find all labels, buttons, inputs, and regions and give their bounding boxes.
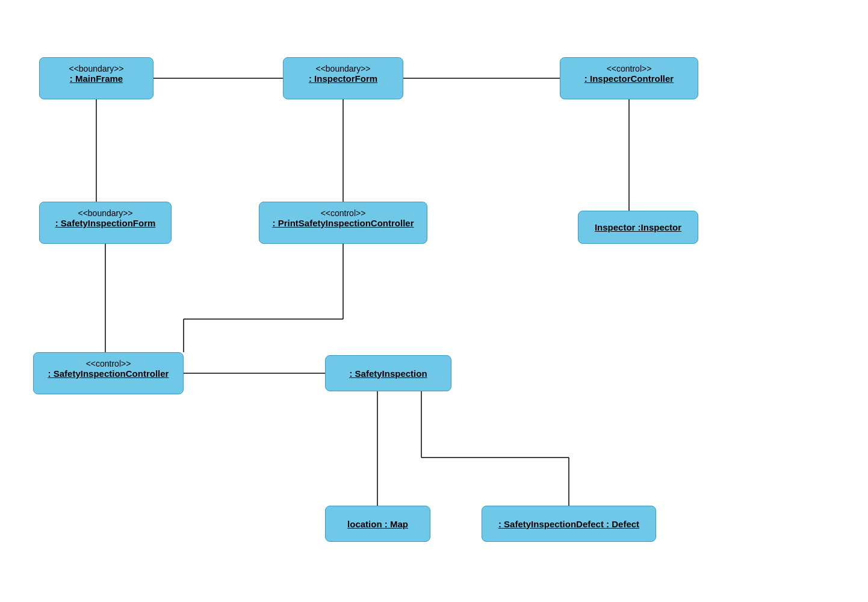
locationmap-name: location : Map bbox=[347, 519, 408, 529]
safetyinspectionform-stereotype: <<boundary>> bbox=[51, 208, 160, 218]
inspectorcontroller-stereotype: <<control>> bbox=[571, 64, 687, 73]
inspectorform-name: : InspectorForm bbox=[294, 73, 392, 84]
node-inspectorcontroller: <<control>> : InspectorController bbox=[560, 57, 698, 99]
node-safetyinspectioncontroller: <<control>> : SafetyInspectionController bbox=[33, 352, 184, 394]
mainframe-stereotype: <<boundary>> bbox=[51, 64, 142, 73]
inspectorform-stereotype: <<boundary>> bbox=[294, 64, 392, 73]
node-safetyinspection: : SafetyInspection bbox=[325, 355, 451, 391]
node-inspectorform: <<boundary>> : InspectorForm bbox=[283, 57, 403, 99]
safetyinspectiondefect-name: : SafetyInspectionDefect : Defect bbox=[498, 519, 639, 529]
node-safetyinspectionform: <<boundary>> : SafetyInspectionForm bbox=[39, 202, 172, 244]
inspector-name: Inspector :Inspector bbox=[595, 222, 681, 232]
node-mainframe: <<boundary>> : MainFrame bbox=[39, 57, 153, 99]
node-locationmap: location : Map bbox=[325, 506, 430, 542]
safetyinspection-name: : SafetyInspection bbox=[349, 368, 427, 379]
diagram-canvas: <<boundary>> : MainFrame <<boundary>> : … bbox=[0, 0, 868, 602]
safetyinspectionform-name: : SafetyInspectionForm bbox=[51, 218, 160, 228]
safetycontroller-stereotype: <<control>> bbox=[45, 359, 172, 368]
node-safetyinspectiondefect: : SafetyInspectionDefect : Defect bbox=[482, 506, 656, 542]
node-inspector: Inspector :Inspector bbox=[578, 211, 698, 244]
safetycontroller-name: : SafetyInspectionController bbox=[45, 368, 172, 379]
mainframe-name: : MainFrame bbox=[51, 73, 142, 84]
inspectorcontroller-name: : InspectorController bbox=[571, 73, 687, 84]
printcontroller-stereotype: <<control>> bbox=[270, 208, 416, 218]
printcontroller-name: : PrintSafetyInspectionController bbox=[270, 218, 416, 228]
node-printsafetyinspectioncontroller: <<control>> : PrintSafetyInspectionContr… bbox=[259, 202, 427, 244]
